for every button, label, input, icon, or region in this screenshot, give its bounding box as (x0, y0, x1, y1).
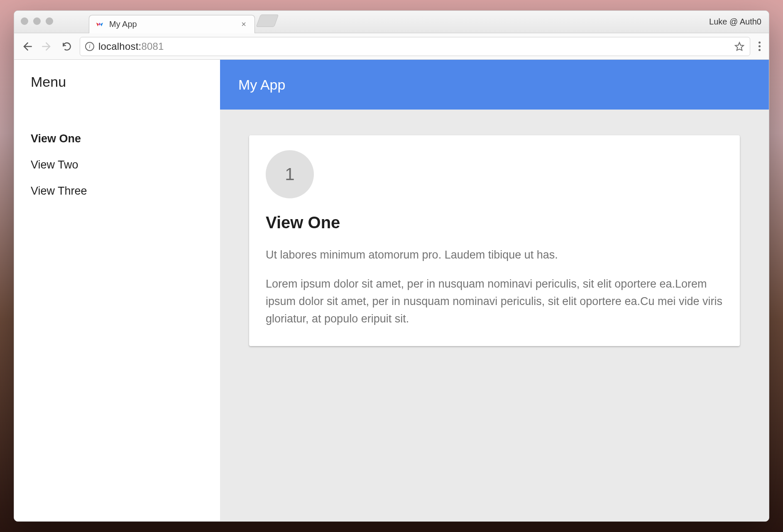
browser-toolbar: i localhost:8081 (14, 33, 769, 60)
drawer-title: Menu (31, 74, 208, 90)
main-area: My App 1 View One Ut labores minimum ato… (220, 60, 769, 521)
dot-icon (759, 45, 761, 47)
window-controls (21, 17, 53, 25)
browser-window: My App × Luke @ Auth0 i localhost:8081 (14, 10, 769, 522)
dot-icon (759, 41, 761, 44)
tabstrip: My App × (89, 11, 276, 33)
card-title: View One (266, 213, 723, 232)
tab-title: My App (109, 20, 234, 29)
url-text: localhost:8081 (98, 41, 164, 52)
url-host: localhost: (98, 41, 141, 52)
app-title: My App (238, 77, 285, 93)
card-badge: 1 (266, 150, 314, 198)
close-icon[interactable]: × (239, 20, 249, 29)
site-info-icon[interactable]: i (85, 42, 94, 51)
browser-tab[interactable]: My App × (89, 15, 255, 33)
polymer-icon (95, 20, 104, 29)
menu-item-view-one[interactable]: View One (31, 126, 208, 152)
app-header: My App (220, 60, 769, 110)
browser-menu-button[interactable] (756, 41, 763, 51)
profile-label[interactable]: Luke @ Auth0 (709, 17, 761, 27)
reload-button[interactable] (60, 39, 74, 54)
window-maximize-button[interactable] (46, 17, 53, 25)
address-bar[interactable]: i localhost:8081 (80, 37, 750, 56)
menu-item-view-two[interactable]: View Two (31, 152, 208, 178)
new-tab-button[interactable] (256, 15, 279, 27)
page-viewport: Menu View One View Two View Three My App… (14, 60, 769, 521)
content-card: 1 View One Ut labores minimum atomorum p… (249, 135, 740, 346)
back-button[interactable] (20, 39, 34, 54)
card-badge-number: 1 (285, 164, 294, 184)
forward-button[interactable] (40, 39, 54, 54)
titlebar: My App × Luke @ Auth0 (14, 11, 769, 33)
bookmark-icon[interactable] (734, 41, 745, 52)
url-port: 8081 (141, 41, 164, 52)
content-area: 1 View One Ut labores minimum atomorum p… (220, 110, 769, 521)
card-subtitle: Ut labores minimum atomorum pro. Laudem … (266, 247, 723, 263)
window-close-button[interactable] (21, 17, 28, 25)
drawer: Menu View One View Two View Three (14, 60, 220, 521)
dot-icon (759, 49, 761, 51)
card-body: Lorem ipsum dolor sit amet, per in nusqu… (266, 276, 723, 328)
window-minimize-button[interactable] (33, 17, 41, 25)
menu-item-view-three[interactable]: View Three (31, 178, 208, 204)
